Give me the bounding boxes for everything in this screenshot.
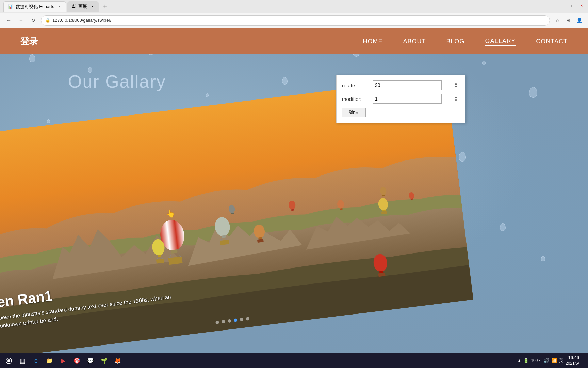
svg-point-1 (159, 218, 186, 252)
svg-line-13 (221, 238, 222, 241)
svg-point-16 (253, 224, 266, 239)
tab-echarts[interactable]: 📊 数据可视化-Echarts × (3, 1, 66, 12)
pagination-dot-6[interactable] (246, 317, 249, 321)
taskbar-explorer[interactable]: 📁 (44, 355, 56, 367)
taskbar-left: ▦ e 📁 ▶ 🎯 💬 🌱 🦊 (0, 355, 127, 367)
svg-point-11 (214, 216, 231, 237)
profile-button[interactable]: 👤 (574, 16, 584, 25)
svg-point-29 (378, 198, 389, 211)
taskbar-start-button[interactable] (3, 355, 15, 367)
rotate-input[interactable] (373, 80, 442, 90)
svg-line-4 (178, 252, 181, 257)
taskbar-icon-3[interactable]: ▶ (57, 355, 69, 367)
taskbar-sound-icon[interactable]: 🔊 (543, 358, 549, 363)
website-content: 登录 HOME ABOUT BLOG GALLARY CONTACT Our G… (0, 28, 588, 353)
address-bar-row: ← → ↻ 🔒 127.0.0.1:8000/gallary/swiper/ ☆… (0, 13, 588, 28)
nav-logo[interactable]: 登录 (20, 35, 38, 47)
minimize-button[interactable]: — (561, 3, 567, 9)
tab-label-echarts: 数据可视化-Echarts (16, 4, 54, 10)
nav-gallary[interactable]: GALLARY (485, 36, 516, 46)
address-bar[interactable]: 🔒 127.0.0.1:8000/gallary/swiper/ (41, 15, 550, 26)
svg-rect-30 (382, 210, 386, 212)
back-button[interactable]: ← (4, 16, 14, 25)
pagination-dot-1[interactable] (215, 321, 219, 324)
taskbar-icon-6[interactable]: 🌱 (98, 355, 110, 367)
main-content: Our Gallary rotate: ▲ ▼ modifier: (0, 54, 588, 353)
svg-point-21 (228, 205, 235, 214)
bookmark-star-button[interactable]: ☆ (553, 16, 562, 25)
modifier-label: modifier: (342, 96, 369, 102)
svg-line-3 (169, 254, 172, 258)
tab-close-echarts[interactable]: × (57, 4, 62, 9)
tab-favicon-gallery: 🖼 (71, 4, 76, 9)
swiper-pagination (215, 317, 249, 324)
taskbar-network-icon[interactable]: 📶 (551, 358, 557, 363)
taskbar-battery-icon: 🔋 (523, 358, 529, 363)
pagination-dot-5[interactable] (240, 318, 243, 321)
navbar: 登录 HOME ABOUT BLOG GALLARY CONTACT (0, 28, 588, 54)
lock-icon: 🔒 (45, 18, 50, 23)
taskbar-clock[interactable]: 16:46 2021/6/ (566, 355, 579, 366)
taskbar-date-display: 2021/6/ (566, 361, 579, 366)
tab-favicon: 📊 (8, 4, 13, 9)
svg-rect-15 (220, 240, 229, 245)
reload-button[interactable]: ↻ (29, 16, 38, 25)
close-button[interactable]: × (578, 3, 585, 9)
forward-button[interactable]: → (16, 16, 26, 25)
taskbar-icon-7[interactable]: 🦊 (112, 355, 124, 367)
taskbar-icon-4[interactable]: 🎯 (71, 355, 83, 367)
pagination-dot-4[interactable] (234, 318, 238, 322)
control-panel: rotate: ▲ ▼ modifier: ▲ ▼ (336, 75, 466, 123)
svg-point-27 (408, 192, 414, 199)
svg-rect-17 (258, 237, 262, 239)
nav-links: HOME ABOUT BLOG GALLARY CONTACT (363, 36, 568, 46)
url-text: 127.0.0.1:8000/gallary/swiper/ (52, 18, 111, 23)
tab-label-gallery: 画展 (78, 3, 87, 10)
confirm-button[interactable]: 确认 (342, 108, 366, 117)
new-tab-button[interactable]: + (100, 2, 110, 11)
svg-rect-22 (231, 213, 234, 214)
confirm-row: 确认 (342, 108, 460, 117)
taskbar: ▦ e 📁 ▶ 🎯 💬 🌱 🦊 ▲ 🔋 100% 🔊 📶 英 (0, 353, 588, 368)
taskbar-battery-pct: 100% (531, 358, 541, 363)
svg-rect-24 (340, 208, 343, 210)
modifier-spinner[interactable]: ▲ ▼ (454, 95, 458, 102)
svg-rect-20 (291, 209, 294, 211)
modifier-row: modifier: ▲ ▼ (342, 94, 460, 104)
bookmark-list-button[interactable]: ⊞ (564, 16, 573, 25)
tab-close-gallery[interactable]: × (90, 4, 95, 9)
modifier-input[interactable] (373, 94, 442, 104)
svg-rect-7 (158, 255, 161, 257)
tab-gallery[interactable]: 🖼 画展 × (67, 1, 99, 12)
taskbar-task-view[interactable]: ▦ (16, 355, 29, 367)
hero-title: Our Gallary (68, 71, 166, 92)
svg-point-23 (337, 199, 345, 209)
pagination-dot-3[interactable] (228, 319, 231, 323)
nav-home[interactable]: HOME (363, 36, 383, 46)
rotate-spinner[interactable]: ▲ ▼ (454, 82, 458, 89)
rotate-row: rotate: ▲ ▼ (342, 80, 460, 90)
svg-rect-34 (378, 273, 386, 277)
svg-point-19 (288, 200, 296, 210)
taskbar-icon-5[interactable]: 💬 (84, 355, 97, 367)
svg-point-25 (380, 187, 387, 196)
hero-text: Our Gallary (68, 71, 166, 92)
taskbar-edge[interactable]: e (30, 355, 42, 367)
svg-rect-10 (156, 259, 164, 264)
nav-blog[interactable]: BLOG (446, 36, 465, 46)
window-controls: — □ × (561, 3, 585, 9)
maximize-button[interactable]: □ (570, 3, 576, 9)
svg-point-32 (373, 253, 388, 272)
rotate-input-wrap: ▲ ▼ (373, 80, 460, 90)
nav-about[interactable]: ABOUT (403, 36, 426, 46)
nav-contact[interactable]: CONTACT (536, 36, 568, 46)
svg-rect-5 (168, 257, 183, 265)
svg-point-6 (151, 239, 166, 256)
pagination-dot-2[interactable] (222, 320, 225, 323)
svg-rect-12 (222, 235, 226, 238)
slide-caption: en Ran1 been the industry's standard dum… (0, 272, 186, 330)
taskbar-lang[interactable]: 英 (559, 357, 564, 364)
rotate-label: rotate: (342, 82, 369, 88)
browser-chrome: 📊 数据可视化-Echarts × 🖼 画展 × + — □ × ← → ↻ 🔒… (0, 0, 588, 28)
taskbar-arrow-icon[interactable]: ▲ (517, 358, 521, 363)
